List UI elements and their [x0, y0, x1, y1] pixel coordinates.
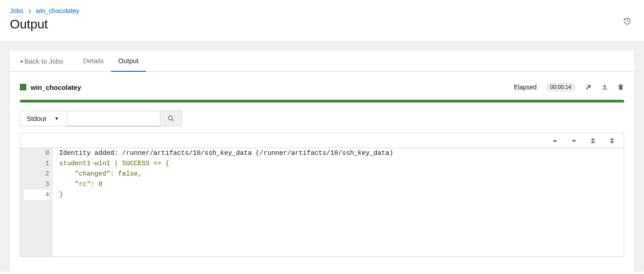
breadcrumb-current-link[interactable]: win_chocolatey	[36, 7, 79, 14]
output-container: 01234 Identity added: /runner/artifacts/…	[20, 133, 624, 257]
tab-output[interactable]: Output	[111, 51, 146, 72]
code-output[interactable]: Identity added: /runner/artifacts/10/ssh…	[53, 148, 624, 256]
code-line: }	[59, 190, 617, 200]
output-mode-label: Stdout	[27, 115, 46, 122]
breadcrumb: Jobs win_chocolatey	[10, 7, 634, 14]
delete-icon[interactable]	[617, 84, 624, 91]
chevron-right-icon	[28, 8, 32, 14]
history-icon[interactable]	[623, 17, 631, 25]
line-number-gutter: 01234	[20, 148, 53, 256]
elapsed-badge: 00:00:14	[546, 83, 576, 92]
line-number: 1	[24, 158, 49, 169]
line-number: 2	[24, 169, 49, 179]
job-status-icon	[20, 84, 26, 90]
output-mode-select[interactable]: Stdout ▼	[20, 111, 67, 126]
svg-rect-2	[618, 85, 623, 86]
scroll-down-icon[interactable]	[571, 137, 577, 144]
breadcrumb-root-link[interactable]: Jobs	[10, 7, 23, 14]
search-button[interactable]	[160, 111, 182, 126]
scroll-up-icon[interactable]	[552, 137, 558, 144]
scroll-top-icon[interactable]	[590, 137, 596, 144]
svg-point-4	[168, 116, 173, 120]
svg-line-5	[172, 120, 173, 121]
code-line: "rc": 0	[59, 179, 617, 190]
caret-left-icon: ◂	[20, 58, 23, 64]
line-number: 4	[24, 190, 49, 200]
back-to-jobs-link[interactable]: ◂ Back to Jobs	[20, 51, 63, 71]
scroll-bottom-icon[interactable]	[609, 137, 615, 144]
code-line: student1-win1 | SUCCESS => {	[59, 158, 617, 169]
elapsed-label: Elapsed	[514, 84, 537, 91]
svg-rect-0	[602, 88, 607, 89]
download-icon[interactable]	[601, 84, 608, 91]
progress-bar	[20, 100, 624, 102]
relaunch-icon[interactable]	[585, 84, 592, 91]
page-title: Output	[10, 17, 634, 32]
back-label: Back to Jobs	[24, 57, 63, 65]
svg-rect-3	[620, 84, 622, 85]
search-input[interactable]	[67, 111, 160, 126]
code-line: "changed": false,	[59, 169, 617, 179]
line-number: 3	[24, 179, 49, 190]
caret-down-icon: ▼	[54, 116, 59, 121]
search-icon	[168, 115, 174, 122]
tab-details[interactable]: Details	[76, 51, 111, 72]
tabs-row: ◂ Back to Jobs Details Output	[10, 51, 634, 72]
line-number: 0	[24, 148, 49, 158]
svg-rect-1	[619, 85, 623, 89]
code-line: Identity added: /runner/artifacts/10/ssh…	[59, 148, 617, 158]
job-name: win_chocolatey	[31, 84, 81, 91]
